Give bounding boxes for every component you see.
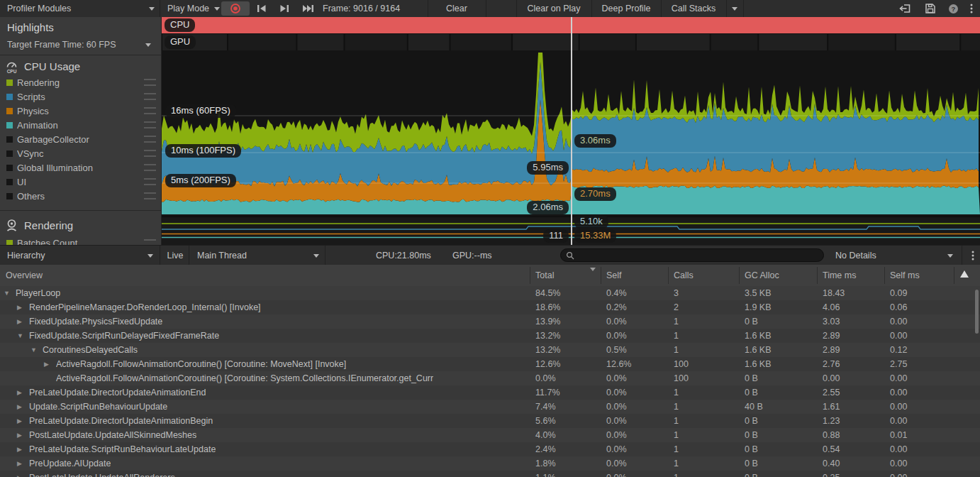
table-row[interactable]: ▶PreLateUpdate.ScriptRunBehaviourLateUpd… [0, 442, 980, 456]
expand-arrow-icon[interactable]: ▶ [17, 428, 22, 442]
table-row[interactable]: ActiveRagdoll.FollowAnimationCoroutine()… [0, 371, 980, 385]
live-toggle[interactable]: Live [162, 246, 189, 265]
drag-handle-icon[interactable] [144, 136, 156, 143]
expand-arrow-icon[interactable]: ▶ [17, 385, 22, 400]
cell-gc-alloc: 0 B [745, 314, 758, 329]
expand-arrow-icon[interactable]: ▶ [17, 400, 22, 414]
cell-time-ms: 4.06 [823, 300, 840, 314]
drag-handle-icon[interactable] [144, 178, 156, 185]
expand-arrow-icon[interactable]: ▶ [17, 300, 22, 314]
rendering-module-header[interactable]: Rendering [4, 216, 73, 234]
view-mode-dropdown[interactable]: Hierarchy [7, 246, 153, 265]
cell-time-ms: 1.61 [823, 400, 840, 414]
table-row[interactable]: ▼FixedUpdate.ScriptRunDelayedFixedFrameR… [0, 329, 980, 343]
expand-arrow-icon[interactable]: ▶ [17, 471, 22, 477]
clear-on-play-button[interactable]: Clear on Play [516, 0, 591, 17]
table-row[interactable]: ▶Update.ScriptRunBehaviourUpdate7.4%0.0%… [0, 400, 980, 414]
legend-color-swatch [6, 108, 13, 114]
current-frame-button[interactable] [296, 0, 319, 17]
sort-direction-icon[interactable] [960, 270, 969, 278]
cell-gc-alloc: 0 B [745, 442, 758, 456]
legend-item-vsync[interactable]: VSync [0, 146, 161, 160]
drag-handle-icon[interactable] [144, 79, 156, 86]
column-time-ms[interactable]: Time ms [823, 265, 856, 286]
table-row[interactable]: ▼PlayerLoop84.5%0.4%33.5 KB18.430.09 [0, 286, 980, 300]
cell-self: 0.0% [606, 414, 627, 428]
rendering-chart-value: 15.33M [574, 229, 616, 243]
deep-profile-toggle[interactable]: Deep Profile [591, 0, 661, 17]
column-overview[interactable]: Overview [6, 265, 43, 286]
cell-calls: 1 [674, 385, 679, 400]
table-row[interactable]: ▶ActiveRagdoll.FollowAnimationCoroutine(… [0, 357, 980, 371]
table-row[interactable]: ▶RenderPipelineManager.DoRenderLoop_Inte… [0, 300, 980, 314]
details-dropdown[interactable]: No Details [835, 246, 953, 265]
profiler-charts[interactable]: CPUGPU16ms (60FPS)10ms (100FPS)5ms (200F… [162, 17, 980, 245]
column-total[interactable]: Total [535, 265, 554, 286]
legend-item-ui[interactable]: UI [0, 175, 161, 189]
cell-self: 0.0% [606, 371, 627, 385]
search-input[interactable] [560, 248, 824, 262]
cell-self-ms: 0.12 [890, 343, 907, 357]
target-frame-time-dropdown[interactable]: Target Frame Time: 60 FPS [7, 40, 157, 50]
legend-item-garbagecollector[interactable]: GarbageCollector [0, 132, 161, 146]
collapse-arrow-icon[interactable]: ▼ [4, 286, 10, 300]
play-mode-dropdown[interactable]: Play Mode [167, 0, 220, 17]
cell-total: 5.6% [535, 414, 556, 428]
previous-frame-button[interactable] [251, 0, 272, 17]
expand-arrow-icon[interactable]: ▶ [44, 357, 49, 371]
table-row[interactable]: ▶PreLateUpdate.DirectorUpdateAnimationBe… [0, 414, 980, 428]
cpu-usage-chart[interactable] [162, 17, 980, 245]
legend-item-rendering[interactable]: Rendering [0, 75, 161, 89]
collapse-arrow-icon[interactable]: ▼ [30, 343, 37, 357]
legend-item-physics[interactable]: Physics [0, 104, 161, 118]
cell-self-ms: 0.00 [890, 329, 907, 343]
table-row[interactable]: ▶PreUpdate.AIUpdate1.8%0.0%10 B0.400.00 [0, 456, 980, 471]
call-stacks-dropdown[interactable]: Call Stacks [661, 0, 726, 17]
column-self[interactable]: Self [606, 265, 622, 286]
hierarchy-menu-button[interactable] [967, 246, 979, 265]
legend-color-swatch [6, 240, 13, 246]
table-row[interactable]: ▶FixedUpdate.PhysicsFixedUpdate13.9%0.0%… [0, 314, 980, 329]
clear-button[interactable]: Clear [428, 0, 486, 17]
toolbar-menu-button[interactable] [964, 0, 979, 17]
cell-total: 7.4% [535, 400, 556, 414]
legend-item-global-illumination[interactable]: Global Illumination [0, 160, 161, 175]
collapse-arrow-icon[interactable]: ▼ [17, 329, 23, 343]
cpu-usage-module-header[interactable]: CPU CPU Usage [4, 57, 80, 75]
drag-handle-icon[interactable] [144, 121, 156, 128]
call-stacks-caret-button[interactable] [726, 0, 743, 17]
rendering-camera-icon [4, 218, 19, 233]
thread-dropdown[interactable]: Main Thread [197, 246, 319, 265]
row-name: PreLateUpdate.ScriptRunBehaviourLateUpda… [29, 442, 216, 456]
drag-handle-icon[interactable] [144, 164, 156, 171]
drag-handle-icon[interactable] [144, 93, 156, 100]
save-profile-button[interactable] [919, 0, 942, 17]
help-button[interactable]: ? [943, 0, 963, 17]
column-self-ms[interactable]: Self ms [890, 265, 920, 286]
load-profile-button[interactable] [893, 0, 916, 17]
legend-item-others[interactable]: Others [0, 189, 161, 203]
legend-item-batches-count[interactable]: Batches Count [0, 236, 161, 245]
next-frame-button[interactable] [274, 0, 295, 17]
legend-item-animation[interactable]: Animation [0, 118, 161, 132]
expand-arrow-icon[interactable]: ▶ [17, 314, 22, 329]
table-row[interactable]: ▶PreLateUpdate.DirectorUpdateAnimationEn… [0, 385, 980, 400]
table-row[interactable]: ▼CoroutinesDelayedCalls13.2%0.5%11.6 KB2… [0, 343, 980, 357]
expand-arrow-icon[interactable]: ▶ [17, 456, 22, 471]
table-scrollbar-thumb[interactable] [975, 290, 979, 334]
expand-arrow-icon[interactable]: ▶ [17, 442, 22, 456]
table-row[interactable]: ▶PostLateUpdate.UpdateAllSkinnedMeshes4.… [0, 428, 980, 442]
record-button[interactable] [221, 1, 250, 16]
drag-handle-icon[interactable] [144, 150, 156, 157]
drag-handle-icon[interactable] [144, 107, 156, 114]
table-row[interactable]: ▶PostLateUpdate.UpdateAllRenderers1.1%0.… [0, 471, 980, 477]
legend-item-scripts[interactable]: Scripts [0, 89, 161, 104]
profiler-modules-dropdown[interactable]: Profiler Modules [7, 0, 155, 17]
record-icon [230, 3, 241, 14]
drag-handle-icon[interactable] [144, 239, 156, 245]
column-gc-alloc[interactable]: GC Alloc [745, 265, 779, 286]
expand-arrow-icon[interactable]: ▶ [17, 414, 22, 428]
drag-handle-icon[interactable] [144, 192, 156, 199]
gridline-label: 16ms (60FPS) [165, 104, 236, 118]
column-calls[interactable]: Calls [674, 265, 694, 286]
